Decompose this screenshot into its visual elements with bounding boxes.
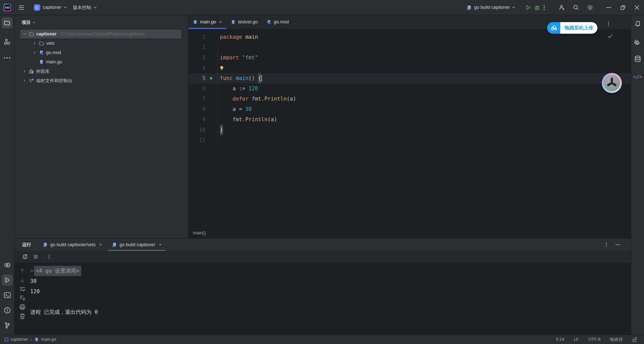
print-button[interactable] — [19, 304, 25, 310]
code-line[interactable]: 9 fmt.Println(a) — [188, 114, 631, 125]
run-tab-captioner-vets[interactable]: go build captioner/vets × — [38, 239, 107, 251]
unlock-icon[interactable] — [632, 337, 637, 342]
more-actions-button[interactable] — [543, 5, 545, 11]
tree-item-vets[interactable]: vets — [15, 39, 188, 48]
run-configuration-selector[interactable]: go build captioner — [466, 5, 515, 10]
code-line-text: func main() { — [218, 73, 262, 83]
main-menu-button[interactable] — [16, 2, 27, 13]
indent-widget[interactable]: 制表符 — [610, 337, 623, 342]
assistant-floating-bubble[interactable] — [602, 73, 622, 93]
editor-body[interactable]: 1package main23import "fmt"45func main()… — [188, 29, 631, 228]
inspections-ok-icon[interactable] — [608, 34, 613, 38]
code-line[interactable]: 2 — [188, 42, 631, 53]
debug-button[interactable] — [534, 5, 540, 10]
collapsed-command-chip[interactable]: <4 go 设置调用> — [34, 266, 82, 276]
restore-button[interactable] — [616, 0, 630, 15]
project-icon — [5, 338, 8, 341]
close-tab-icon[interactable]: × — [219, 19, 222, 25]
tab-go-mod[interactable]: go.mod — [262, 15, 293, 29]
tab-testvet-go[interactable]: testvet.go — [226, 15, 262, 29]
hide-panel-button[interactable] — [612, 244, 624, 245]
code-line-text: defer fmt.Println(a) — [218, 94, 296, 104]
breadcrumbs-bar[interactable]: main() — [188, 228, 631, 238]
problems-tool-window-button[interactable] — [2, 305, 13, 316]
close-window-button[interactable] — [630, 0, 644, 15]
run-tab-captioner[interactable]: go build captioner × — [107, 239, 167, 251]
structure-tool-window-button[interactable] — [2, 36, 13, 47]
project-panel-header[interactable]: 项目 — [15, 15, 188, 29]
line-separator-widget[interactable]: LF — [574, 337, 579, 342]
tree-item-gomod[interactable]: go.mod — [15, 48, 188, 57]
tab-label: testvet.go — [238, 19, 258, 25]
tree-item-captioner-root[interactable]: captioner C:\Users\meowr\GolandProjects\… — [15, 29, 188, 39]
code-line[interactable]: 10} — [188, 125, 631, 135]
console-text: 30 — [30, 276, 36, 286]
code-line[interactable]: 7 defer fmt.Println(a) — [188, 94, 631, 104]
tab-main-go[interactable]: main.go × — [188, 15, 226, 29]
chevron-down-icon[interactable] — [22, 33, 27, 35]
close-tab-icon[interactable]: × — [99, 242, 102, 247]
more-tool-windows-button[interactable] — [2, 52, 13, 63]
code-line[interactable]: 6 a := 120 — [188, 83, 631, 94]
console-more-button[interactable] — [49, 254, 50, 260]
status-file-name[interactable]: main.go — [41, 337, 56, 342]
console-output[interactable]: ><4 go 设置调用>30120进程 已完成，退出代码为 0 — [30, 263, 631, 334]
run-panel-more-button[interactable] — [600, 242, 612, 247]
gutter-icon-cell — [206, 63, 218, 73]
minimize-button[interactable] — [602, 0, 616, 15]
down-arrow-button[interactable] — [20, 277, 25, 283]
code-line-text: import "fmt" — [218, 53, 258, 63]
services-tool-window-button[interactable] — [2, 260, 13, 271]
code-line[interactable]: 3import "fmt" — [188, 53, 631, 63]
code-line[interactable]: 4 — [188, 63, 631, 73]
fold-marker[interactable]: > — [30, 266, 33, 276]
notifications-button[interactable] — [632, 18, 643, 29]
up-arrow-button[interactable] — [20, 268, 25, 274]
status-project-name[interactable]: captioner — [11, 337, 28, 342]
chevron-right-icon[interactable] — [22, 79, 27, 82]
chevron-right-icon[interactable] — [22, 70, 27, 73]
close-tab-icon[interactable]: × — [159, 242, 162, 247]
code-line[interactable]: 11 — [188, 135, 631, 145]
go-file-icon — [39, 60, 44, 64]
settings-button[interactable] — [583, 0, 597, 15]
chevron-right-icon[interactable] — [32, 51, 37, 54]
run-tool-window-button[interactable] — [2, 275, 13, 286]
code-line[interactable]: 5func main() { — [188, 73, 631, 83]
editor-options-button[interactable] — [608, 21, 609, 26]
go-file-icon — [34, 337, 39, 342]
encoding-widget[interactable]: UTF-8 — [588, 337, 600, 342]
scroll-to-end-button[interactable] — [19, 295, 25, 301]
run-line-icon[interactable] — [206, 73, 218, 83]
status-breadcrumb[interactable]: captioner main.go — [0, 337, 56, 342]
soft-wrap-button[interactable] — [19, 286, 25, 292]
tab-label: main.go — [200, 19, 216, 25]
stop-button[interactable] — [33, 254, 38, 259]
endpoints-button[interactable]: </> — [632, 71, 643, 82]
run-button[interactable] — [525, 5, 531, 10]
tree-item-external-libraries[interactable]: 外部库 — [15, 67, 188, 76]
tree-item-scratches[interactable]: 临时文件和控制台 — [15, 76, 188, 85]
code-with-me-button[interactable] — [555, 0, 569, 15]
netdisk-upload-overlay[interactable]: 拖拽至此上传 — [547, 22, 597, 34]
caret-position-widget[interactable]: 5:14 — [556, 337, 564, 342]
code-line[interactable]: 8 a = 30 — [188, 104, 631, 114]
database-button[interactable] — [632, 54, 643, 65]
project-tool-window-button[interactable] — [2, 17, 13, 28]
status-bar: captioner main.go 5:14 LF UTF-8 制表符 — [0, 335, 644, 344]
terminal-tool-window-button[interactable] — [2, 290, 13, 301]
chevron-right-icon[interactable] — [32, 42, 37, 45]
search-everywhere-button[interactable] — [569, 0, 583, 15]
run-panel-body: ><4 go 设置调用>30120进程 已完成，退出代码为 0 — [15, 263, 631, 334]
rerun-button[interactable] — [22, 254, 28, 260]
ai-assistant-button[interactable] — [632, 36, 643, 47]
editor-area: main.go × testvet.go go.mod 1package mai… — [188, 15, 631, 238]
vcs-widget[interactable]: 版本控制 — [70, 2, 100, 13]
project-widget[interactable]: C captioner — [31, 2, 70, 13]
run-panel-title[interactable]: 运行 — [15, 242, 38, 248]
breadcrumb[interactable]: main() — [193, 230, 206, 236]
git-tool-window-button[interactable] — [2, 320, 13, 331]
clear-console-button[interactable] — [20, 313, 25, 319]
tree-item-label: 外部库 — [36, 68, 50, 74]
tree-item-maingo[interactable]: main.go — [15, 57, 188, 67]
